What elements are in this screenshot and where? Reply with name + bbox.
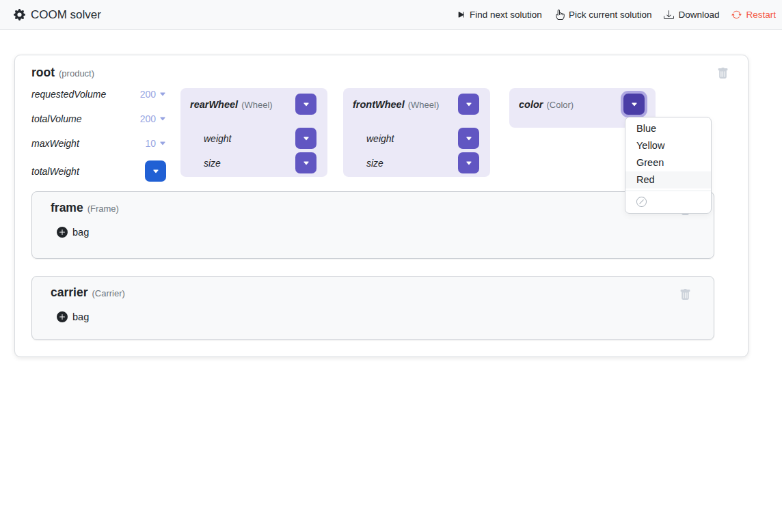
rearWheel-dropdown-button[interactable] xyxy=(295,94,316,115)
component-type: (product) xyxy=(59,68,94,79)
rearWheel-weight-dropdown-button[interactable] xyxy=(295,128,316,149)
caret-down-icon xyxy=(159,140,166,147)
attribute-label: requestedVolume xyxy=(31,89,106,100)
rearWheel-panel: rearWheel(Wheel) weight size xyxy=(180,88,327,177)
caret-down-icon xyxy=(303,160,310,167)
attribute-row-requestedVolume: requestedVolume 200 xyxy=(31,87,166,102)
plus-circle-icon xyxy=(57,227,68,238)
root-attributes: requestedVolume 200 totalVolume 200 maxW… xyxy=(31,87,166,182)
download-icon xyxy=(664,10,674,20)
carrier-card: carrier(Carrier) bag xyxy=(31,276,714,340)
root-product-card: root(product) requestedVolume 200 totalV… xyxy=(14,55,749,357)
delete-carrier-button[interactable] xyxy=(679,289,691,300)
navbar-actions: Find next solution Pick current solution… xyxy=(455,10,776,20)
requestedVolume-value-dropdown[interactable]: 200 xyxy=(140,89,166,100)
frontWheel-panel: frontWheel(Wheel) weight size xyxy=(343,88,490,177)
hand-index-icon xyxy=(554,10,565,20)
frame-card-title: frame(Frame) xyxy=(51,201,119,215)
gear-icon xyxy=(14,9,25,20)
frame-card: frame(Frame) bag xyxy=(31,191,714,259)
carrier-card-title: carrier(Carrier) xyxy=(51,285,125,300)
attribute-row-totalVolume: totalVolume 200 xyxy=(31,111,166,126)
rearWheel-size-dropdown-button[interactable] xyxy=(295,152,316,173)
pick-current-solution-button[interactable]: Pick current solution xyxy=(554,10,652,20)
dropdown-option-red[interactable]: Red xyxy=(625,171,711,188)
dropdown-option-blue[interactable]: Blue xyxy=(625,120,711,137)
dropdown-option-yellow[interactable]: Yellow xyxy=(625,137,711,154)
component-name: root xyxy=(31,66,55,79)
attribute-label: totalVolume xyxy=(31,113,81,124)
attribute-row-maxWeight: maxWeight 10 xyxy=(31,136,166,151)
caret-down-icon xyxy=(303,135,310,142)
skip-end-icon xyxy=(455,10,466,20)
add-bag-button[interactable]: bag xyxy=(57,227,89,238)
color-header: color(Color) xyxy=(519,94,645,115)
dropdown-option-green[interactable]: Green xyxy=(625,154,711,171)
frontWheel-size-dropdown-button[interactable] xyxy=(458,152,479,173)
rearWheel-header: rearWheel(Wheel) xyxy=(190,94,316,115)
color-dropdown-button[interactable] xyxy=(623,94,645,115)
ban-icon xyxy=(636,197,647,207)
caret-down-icon xyxy=(159,115,166,122)
caret-down-icon xyxy=(466,160,472,167)
frontWheel-header: frontWheel(Wheel) xyxy=(353,94,479,115)
trash-icon xyxy=(717,68,729,79)
component-title: frontWheel(Wheel) xyxy=(353,98,439,111)
delete-root-button[interactable] xyxy=(717,68,729,79)
frontWheel-weight-dropdown-button[interactable] xyxy=(458,128,479,149)
add-bag-button[interactable]: bag xyxy=(57,311,89,322)
app-title: COOM solver xyxy=(31,8,101,22)
frontWheel-size-row: size xyxy=(353,152,479,173)
rearWheel-size-row: size xyxy=(190,152,316,173)
caret-down-icon xyxy=(152,168,159,175)
attribute-label: maxWeight xyxy=(31,138,79,149)
caret-down-icon xyxy=(631,101,638,108)
totalVolume-value-dropdown[interactable]: 200 xyxy=(140,113,166,124)
component-title: rearWheel(Wheel) xyxy=(190,98,273,111)
component-title: color(Color) xyxy=(519,98,574,111)
frontWheel-weight-row: weight xyxy=(353,128,479,149)
caret-down-icon xyxy=(159,91,166,98)
caret-down-icon xyxy=(466,135,472,142)
totalWeight-dropdown-button[interactable] xyxy=(145,160,166,182)
attribute-label: totalWeight xyxy=(31,166,79,177)
dropdown-clear-option[interactable] xyxy=(625,193,711,210)
dropdown-divider xyxy=(625,191,711,191)
navbar: COOM solver Find next solution Pick curr… xyxy=(0,0,782,30)
plus-circle-icon xyxy=(57,311,68,322)
find-next-solution-button[interactable]: Find next solution xyxy=(455,10,542,20)
color-dropdown-menu: Blue Yellow Green Red xyxy=(625,117,712,214)
caret-down-icon xyxy=(303,101,310,108)
app-brand: COOM solver xyxy=(14,8,101,22)
attribute-row-totalWeight: totalWeight xyxy=(31,160,166,182)
caret-down-icon xyxy=(466,101,472,108)
rearWheel-weight-row: weight xyxy=(190,128,316,149)
restart-icon xyxy=(731,10,742,20)
download-button[interactable]: Download xyxy=(664,10,719,20)
restart-button[interactable]: Restart xyxy=(731,10,776,20)
frontWheel-dropdown-button[interactable] xyxy=(458,94,479,115)
maxWeight-value-dropdown[interactable]: 10 xyxy=(145,138,166,149)
root-card-title: root(product) xyxy=(31,66,94,80)
trash-icon xyxy=(679,289,691,300)
